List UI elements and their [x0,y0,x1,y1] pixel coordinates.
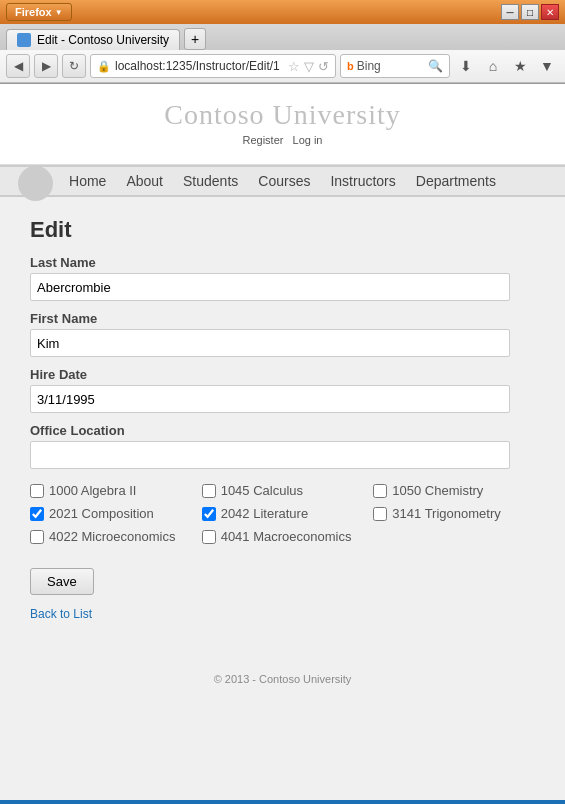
course-checkbox-1045[interactable] [202,484,216,498]
course-label-1050[interactable]: 1050 Chemistry [392,483,483,498]
reload-button[interactable]: ↻ [62,54,86,78]
back-button[interactable]: ◀ [6,54,30,78]
course-label-4022[interactable]: 4022 Microeconomics [49,529,175,544]
refresh-icon[interactable]: ↺ [318,59,329,74]
course-label-3141[interactable]: 3141 Trigonometry [392,506,500,521]
close-button[interactable]: ✕ [541,4,559,20]
search-icon[interactable]: 🔍 [428,59,443,73]
firefox-menu-button[interactable]: Firefox ▼ [6,3,72,21]
page-content: Contoso University Register Log in Home … [0,84,565,800]
office-location-input[interactable] [30,441,510,469]
course-checkbox-1050[interactable] [373,484,387,498]
last-name-group: Last Name [30,255,535,301]
title-bar: Firefox ▼ ─ □ ✕ [0,0,565,24]
register-link[interactable]: Register [242,134,283,146]
login-link[interactable]: Log in [293,134,323,146]
star-icon[interactable]: ☆ [288,59,300,74]
tab-bar: Edit - Contoso University + [0,24,565,50]
course-item: 4041 Macroeconomics [202,529,364,544]
minimize-button[interactable]: ─ [501,4,519,20]
active-tab[interactable]: Edit - Contoso University [6,29,180,50]
feed-icon[interactable]: ▽ [304,59,314,74]
page-title: Edit [30,217,535,243]
bing-logo: b [347,60,354,72]
address-bar[interactable]: 🔒 localhost:1235/Instructor/Edit/1 ☆ ▽ ↺ [90,54,336,78]
nav-bar: ◀ ▶ ↻ 🔒 localhost:1235/Instructor/Edit/1… [0,50,565,83]
office-location-label: Office Location [30,423,535,438]
course-label-4041[interactable]: 4041 Macroeconomics [221,529,352,544]
nav-icons: ⬇ ⌂ ★ ▼ [454,54,559,78]
site-title: Contoso University [0,99,565,131]
dropdown-arrow-icon: ▼ [55,8,63,17]
save-button[interactable]: Save [30,568,94,595]
search-box[interactable]: b Bing 🔍 [340,54,450,78]
firefox-label: Firefox [15,6,52,18]
office-location-group: Office Location [30,423,535,469]
course-checkbox-4041[interactable] [202,530,216,544]
nav-home[interactable]: Home [69,173,106,189]
nav-courses[interactable]: Courses [258,173,310,189]
main-content: Edit Last Name First Name Hire Date Offi… [0,197,565,661]
auth-links: Register Log in [0,134,565,146]
hire-date-input[interactable] [30,385,510,413]
download-icon[interactable]: ⬇ [454,54,478,78]
course-item: 1045 Calculus [202,483,364,498]
bookmarks-icon[interactable]: ★ [508,54,532,78]
course-checkbox-2021[interactable] [30,507,44,521]
address-text: localhost:1235/Instructor/Edit/1 [115,59,280,73]
restore-button[interactable]: □ [521,4,539,20]
course-item: 1050 Chemistry [373,483,535,498]
site-footer: © 2013 - Contoso University [0,661,565,697]
course-label-1000[interactable]: 1000 Algebra II [49,483,136,498]
course-checkbox-3141[interactable] [373,507,387,521]
first-name-label: First Name [30,311,535,326]
copyright-text: © 2013 - Contoso University [214,673,352,685]
nav-students[interactable]: Students [183,173,238,189]
search-label: Bing [357,59,381,73]
lock-icon: 🔒 [97,60,111,73]
last-name-input[interactable] [30,273,510,301]
nav-instructors[interactable]: Instructors [330,173,395,189]
tab-icon [17,33,31,47]
hire-date-group: Hire Date [30,367,535,413]
window-controls: ─ □ ✕ [501,4,559,20]
site-nav: Home About Students Courses Instructors … [0,165,565,197]
back-to-list-link[interactable]: Back to List [30,607,535,621]
last-name-label: Last Name [30,255,535,270]
forward-button[interactable]: ▶ [34,54,58,78]
nav-menu: Home About Students Courses Instructors … [0,166,565,196]
hire-date-label: Hire Date [30,367,535,382]
home-icon[interactable]: ⌂ [481,54,505,78]
nav-departments[interactable]: Departments [416,173,496,189]
site-header: Contoso University Register Log in [0,84,565,165]
first-name-group: First Name [30,311,535,357]
course-checkbox-1000[interactable] [30,484,44,498]
course-label-2042[interactable]: 2042 Literature [221,506,308,521]
course-item: 1000 Algebra II [30,483,192,498]
course-item: 2021 Composition [30,506,192,521]
course-label-2021[interactable]: 2021 Composition [49,506,154,521]
nav-about[interactable]: About [126,173,163,189]
courses-section: 1000 Algebra II1045 Calculus1050 Chemist… [30,483,535,544]
first-name-input[interactable] [30,329,510,357]
new-tab-button[interactable]: + [184,28,206,50]
menu-icon[interactable]: ▼ [535,54,559,78]
course-label-1045[interactable]: 1045 Calculus [221,483,303,498]
tab-title: Edit - Contoso University [37,33,169,47]
course-item: 3141 Trigonometry [373,506,535,521]
browser-chrome: Firefox ▼ ─ □ ✕ Edit - Contoso Universit… [0,0,565,84]
course-checkbox-4022[interactable] [30,530,44,544]
avatar [18,166,53,201]
course-checkbox-2042[interactable] [202,507,216,521]
course-item: 4022 Microeconomics [30,529,192,544]
course-item: 2042 Literature [202,506,364,521]
